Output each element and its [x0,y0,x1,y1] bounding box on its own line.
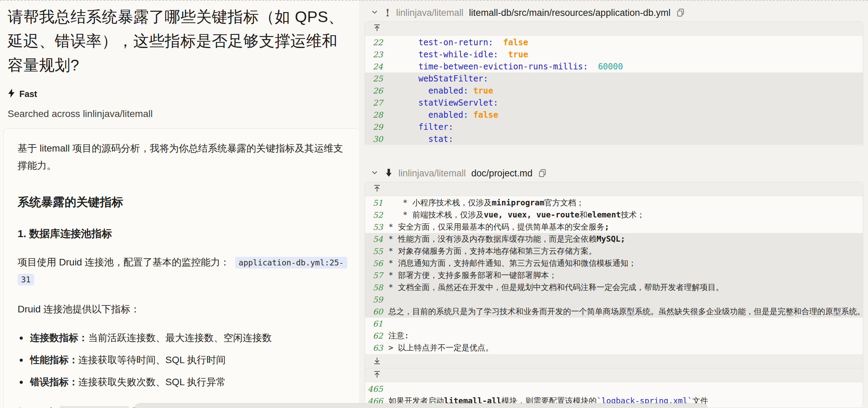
code-line-57: 57* 部署方便，支持多服务部署和一键部署脚本； [365,269,863,281]
user-question: 请帮我总结系统暴露了哪些关键指标（如 QPS、延迟、错误率），这些指标是否足够支… [8,5,349,77]
code-line-27: 27 statViewServlet: [365,97,863,109]
code-line-56: 56* 消息通知方面，支持邮件通知、第三方云短信通知和微信模板通知； [365,257,863,269]
code-text: 注意: [388,330,409,341]
lightning-bolt-icon [8,88,15,99]
code-text: * 部署方便，支持多服务部署和一键部署脚本； [388,270,557,281]
source-files-panel: ! linlinjava/litemall litemall-db/src/ma… [359,0,868,408]
chat-answer-panel: 请帮我总结系统暴露了哪些关键指标（如 QPS、延迟、错误率），这些指标是否足够支… [0,0,359,408]
expand-up-strip[interactable] [365,22,863,36]
line-number: 26 [365,86,388,95]
repo-name: linlinjava/litemall [398,168,466,179]
code-line-59: 59 [365,293,863,305]
list-item: 连接数指标：当前活跃连接数、最大连接数、空闲连接数 [18,333,349,343]
inline-code-chip: webStatFilter [59,406,129,408]
code-line-53: 53* 安全方面，仅采用最基本的代码，提供简单基本的安全服务; [365,221,863,233]
code-text: * 消息通知方面，支持邮件通知、第三方云短信通知和微信模板通知； [388,258,636,269]
expand-up-icon[interactable] [373,370,381,380]
chat-input-bar-edge[interactable] [135,403,708,408]
line-number: 60 [365,307,388,316]
line-number: 52 [365,211,388,220]
code-line-25: 25 webStatFilter: [365,72,863,85]
expand-up-icon[interactable] [373,24,381,33]
file-header-project-md[interactable]: linlinjava/litemall doc/project.md [365,165,863,182]
line-number: 22 [365,38,388,47]
line-number: 27 [365,98,388,107]
line-number: 53 [365,223,388,232]
expand-up-icon[interactable] [373,184,381,194]
code-line-54: 54* 性能方面，没有涉及内存数据库缓存功能，而是完全依赖MySQL; [365,233,863,245]
file-header-application-db[interactable]: ! linlinjava/litemall litemall-db/src/ma… [365,4,863,21]
code-line-58: 58* 文档全面，虽然还在开发中，但是规划中文档和代码注释一定会完成，帮助开发者… [365,281,863,293]
code-text: * 对象存储服务方面，支持本地存储和第三方云存储方案。 [388,246,597,256]
code-text: enabled: true [388,86,493,96]
code-text: * 文档全面，虽然还在开发中，但是规划中文档和代码注释一定会完成，帮助开发者理解… [388,282,724,293]
line-number: 51 [365,198,388,207]
code-text: test-on-return: false [388,38,528,47]
exclamation-icon: ! [385,7,390,19]
druid-paragraph: 项目使用 Druid 连接池，配置了基本的监控能力： application-d… [18,254,349,288]
metric-bullet-list: 连接数指标：当前活跃连接数、最大连接数、空闲连接数 性能指标：连接获取等待时间、… [18,333,349,387]
chevron-down-icon[interactable] [370,8,379,18]
code-text: statViewServlet: [388,98,498,108]
code-line-55: 55* 对象存储服务方面，支持本地存储和第三方云存储方案。 [365,245,863,257]
code-text: > 以上特点并不一定是优点。 [388,342,493,353]
list-item: 性能指标：连接获取等待时间、SQL 执行时间 [18,355,349,365]
code-text: * 小程序技术栈，仅涉及miniprogram官方文档； [388,197,584,208]
code-text: filter: [388,122,453,132]
line-number: 29 [365,123,388,132]
copy-icon[interactable] [676,8,685,18]
fast-mode-badge[interactable]: Fast [8,88,359,99]
code-line-28: 28 enabled: false [365,109,863,121]
code-line-62: 62注意: [365,330,863,342]
line-number: 30 [365,135,388,144]
code-line-30: 30 stat: [365,133,863,145]
code-line-52: 52 * 前端技术栈，仅涉及vue, vuex, vue-route和eleme… [365,209,863,221]
code-lines: 22 test-on-return: false23 test-while-id… [365,36,863,146]
file-path: litemall-db/src/main/resources/applicati… [469,8,671,18]
line-number: 465 [365,385,388,394]
expand-up-strip[interactable] [365,182,863,196]
file-path: doc/project.md [471,168,532,179]
answer-intro: 基于 litemall 项目的源码分析，我将为你总结系统暴露的关键指标及其运维支… [18,140,349,174]
code-lines: 51 * 小程序技术栈，仅涉及miniprogram官方文档；52 * 前端技术… [365,196,863,354]
code-line-22: 22 test-on-return: false [365,36,863,48]
searched-across-status: Searched across linlinjava/litemall [8,108,359,119]
code-text: time-between-eviction-runs-millis: 60000 [388,62,623,71]
line-number: 58 [365,283,388,292]
code-line-60: 60总之，目前的系统只是为了学习技术和业务而开发的一个简单商场原型系统。虽然缺失… [365,305,863,318]
code-text: * 前端技术栈，仅涉及vue, vuex, vue-route和element技… [388,210,645,220]
copy-icon[interactable] [538,168,547,178]
expand-down-icon[interactable] [373,357,381,366]
fast-label: Fast [19,89,37,99]
code-text: stat: [388,134,453,144]
line-number: 24 [365,62,388,71]
line-number: 25 [365,74,388,83]
answer-sub-heading: 1. 数据库连接池指标 [18,227,349,241]
line-number: 28 [365,110,388,119]
code-line-29: 29 filter: [365,121,863,133]
top-dashed-divider [0,0,868,1]
code-line-61: 61 [365,318,863,330]
line-number: 63 [365,343,388,352]
answer-card: 基于 litemall 项目的源码分析，我将为你总结系统暴露的关键指标及其运维支… [3,128,360,408]
line-number: 54 [365,235,388,244]
code-line-51: 51 * 小程序技术栈，仅涉及miniprogram官方文档； [365,197,863,209]
arrow-down-icon [385,168,393,179]
expand-up-strip[interactable] [365,368,863,382]
code-text: * 性能方面，没有涉及内存数据库缓存功能，而是完全依赖MySQL; [388,234,625,244]
chevron-down-icon[interactable] [370,168,379,178]
code-viewer-application-db: 22 test-on-return: false23 test-while-id… [365,21,863,146]
code-text: enabled: false [388,110,498,120]
expand-down-strip[interactable] [365,354,863,368]
line-number: 59 [365,295,388,304]
line-number: 61 [365,319,388,328]
code-text: * 安全方面，仅采用最基本的代码，提供简单基本的安全服务; [388,222,609,232]
code-text: webStatFilter: [388,74,488,84]
code-text: 总之，目前的系统只是为了学习技术和业务而开发的一个简单商场原型系统。虽然缺失很多… [388,306,863,317]
line-number: 57 [365,271,388,280]
code-line-465: 465 [365,383,863,395]
line-number: 62 [365,331,388,340]
line-number: 23 [365,50,388,59]
code-viewer-project-md: 51 * 小程序技术栈，仅涉及miniprogram官方文档；52 * 前端技术… [365,182,863,408]
list-item: 错误指标：连接获取失败次数、SQL 执行异常 [18,377,349,387]
